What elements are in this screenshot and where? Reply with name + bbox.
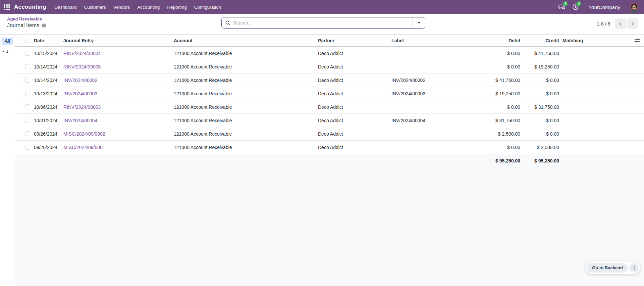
table-row[interactable]: 09/26/2024 MISC/2024/09/0002 121000 Acco… bbox=[15, 127, 644, 141]
cell-debit: $ 41,750.00 bbox=[476, 78, 520, 83]
control-panel: Aged Receivable Journal Items bbox=[0, 14, 644, 35]
expand-caret-icon bbox=[3, 50, 4, 53]
cell-account: 121000 Account Receivable bbox=[174, 64, 318, 69]
breadcrumb[interactable]: Aged Receivable bbox=[7, 16, 42, 21]
table-body: 10/15/2024 RINV/2024/00004 121000 Accoun… bbox=[15, 47, 644, 154]
menu-item[interactable]: Reporting bbox=[163, 0, 191, 14]
search-filters-toggle[interactable] bbox=[413, 17, 425, 28]
row-checkbox[interactable] bbox=[25, 78, 30, 83]
cell-credit: $ 0.00 bbox=[520, 118, 559, 123]
column-header-journal-entry[interactable]: Journal Entry bbox=[63, 38, 174, 43]
optional-columns-icon[interactable] bbox=[634, 38, 640, 43]
rail-filter-all[interactable]: All bbox=[2, 38, 13, 45]
table-row[interactable]: 10/15/2024 RINV/2024/00004 121000 Accoun… bbox=[15, 47, 644, 60]
cell-date: 10/14/2024 bbox=[34, 64, 63, 69]
row-checkbox[interactable] bbox=[25, 64, 30, 69]
table-row[interactable]: 10/14/2024 INV/2024/00002 121000 Account… bbox=[15, 74, 644, 87]
search-input[interactable] bbox=[233, 20, 413, 26]
journal-entry-link[interactable]: MISC/2024/09/0001 bbox=[63, 145, 105, 150]
journal-entry-link[interactable]: RINV/2024/00005 bbox=[63, 64, 101, 69]
table-footer-row: $ 95,250.00 $ 95,250.00 bbox=[15, 154, 644, 168]
cell-date: 10/14/2024 bbox=[34, 78, 63, 83]
menu-item[interactable]: Vendors bbox=[110, 0, 134, 14]
column-header-credit[interactable]: Credit bbox=[520, 38, 559, 43]
go-to-backend-button[interactable]: Go to Backend bbox=[587, 263, 628, 273]
messages-badge: 5 bbox=[563, 1, 568, 6]
app-name[interactable]: Accounting bbox=[14, 4, 46, 10]
cell-label: INV/2024/00004 bbox=[391, 118, 476, 123]
cell-debit: $ 19,250.00 bbox=[476, 91, 520, 96]
menu-item[interactable]: Dashboard bbox=[51, 0, 80, 14]
search-icon bbox=[225, 20, 230, 26]
apps-grid-icon[interactable] bbox=[4, 4, 10, 10]
table-row[interactable]: 10/13/2024 INV/2024/00003 121000 Account… bbox=[15, 87, 644, 100]
cell-credit: $ 0.00 bbox=[520, 78, 559, 83]
menu-item[interactable]: Accounting bbox=[133, 0, 163, 14]
row-checkbox[interactable] bbox=[25, 145, 30, 150]
menu-item[interactable]: Configuration bbox=[191, 0, 225, 14]
cell-partner: Deco Addict bbox=[318, 78, 391, 83]
pager-previous-button[interactable] bbox=[615, 18, 626, 29]
journal-entry-link[interactable]: RINV/2024/00003 bbox=[63, 104, 101, 110]
cell-credit: $ 41,750.00 bbox=[520, 51, 559, 56]
cell-account: 121000 Account Receivable bbox=[174, 145, 318, 150]
cell-credit: $ 31,750.00 bbox=[520, 104, 559, 110]
cell-date: 10/06/2024 bbox=[34, 104, 63, 110]
row-checkbox[interactable] bbox=[25, 51, 30, 56]
cell-partner: Deco Addict bbox=[318, 118, 391, 123]
column-header-label[interactable]: Label bbox=[391, 38, 476, 43]
row-checkbox[interactable] bbox=[25, 131, 30, 136]
column-header-date[interactable]: Date bbox=[34, 38, 63, 43]
cell-account: 121000 Account Receivable bbox=[174, 104, 318, 110]
activities-button[interactable]: 2 bbox=[571, 3, 580, 11]
main-menu: DashboardCustomersVendorsAccountingRepor… bbox=[51, 0, 225, 14]
cell-account: 121000 Account Receivable bbox=[174, 78, 318, 83]
gear-icon[interactable] bbox=[42, 23, 46, 28]
table-row[interactable]: 10/14/2024 RINV/2024/00005 121000 Accoun… bbox=[15, 60, 644, 74]
cell-journal-entry: MISC/2024/09/0001 bbox=[63, 145, 174, 150]
pager: 1-8 / 8 bbox=[597, 18, 638, 29]
journal-entry-link[interactable]: MISC/2024/09/0002 bbox=[63, 131, 105, 137]
cell-partner: Deco Addict bbox=[318, 64, 391, 69]
activities-badge: 2 bbox=[576, 1, 581, 6]
cell-journal-entry: MISC/2024/09/0002 bbox=[63, 131, 174, 137]
user-avatar[interactable] bbox=[630, 3, 639, 12]
column-header-account[interactable]: Account bbox=[174, 38, 318, 43]
widget-menu-button[interactable] bbox=[629, 263, 639, 273]
cell-account: 121000 Account Receivable bbox=[174, 131, 318, 137]
column-header-debit[interactable]: Debit bbox=[476, 38, 520, 43]
cell-debit: $ 0.00 bbox=[476, 104, 520, 110]
select-all-checkbox[interactable] bbox=[25, 38, 30, 43]
row-checkbox[interactable] bbox=[25, 104, 30, 109]
cell-partner: Deco Addict bbox=[318, 91, 391, 96]
column-header-partner[interactable]: Partner bbox=[318, 38, 391, 43]
kebab-icon bbox=[634, 266, 635, 267]
cell-credit: $ 0.00 bbox=[520, 131, 559, 137]
menu-item[interactable]: Customers bbox=[80, 0, 110, 14]
journal-entry-link[interactable]: RINV/2024/00004 bbox=[63, 51, 101, 56]
journal-entry-link[interactable]: INV/2024/00002 bbox=[63, 78, 97, 83]
table-row[interactable]: 10/06/2024 RINV/2024/00003 121000 Accoun… bbox=[15, 100, 644, 114]
company-switcher[interactable]: YourCompany bbox=[588, 4, 620, 10]
cell-account: 121000 Account Receivable bbox=[174, 91, 318, 96]
group-rail: All 1 bbox=[0, 35, 15, 286]
chevron-right-icon bbox=[631, 22, 634, 26]
messages-button[interactable]: 5 bbox=[557, 3, 566, 11]
journal-entry-link[interactable]: INV/2024/00003 bbox=[63, 91, 97, 96]
avatar-image bbox=[630, 3, 639, 12]
row-checkbox[interactable] bbox=[25, 118, 30, 123]
column-header-matching[interactable]: Matching bbox=[559, 38, 589, 43]
pager-range: 1-8 / 8 bbox=[597, 21, 610, 27]
table-row[interactable]: 09/26/2024 MISC/2024/09/0001 121000 Acco… bbox=[15, 141, 644, 154]
rail-group-1[interactable]: 1 bbox=[3, 49, 15, 54]
total-debit: $ 95,250.00 bbox=[476, 158, 520, 163]
cell-credit: $ 0.00 bbox=[520, 91, 559, 96]
cell-label: INV/2024/00002 bbox=[391, 78, 476, 83]
cell-credit: $ 2,500.00 bbox=[520, 145, 559, 150]
row-checkbox[interactable] bbox=[25, 91, 30, 96]
table-row[interactable]: 10/01/2024 INV/2024/00004 121000 Account… bbox=[15, 114, 644, 127]
pager-next-button[interactable] bbox=[627, 18, 638, 29]
journal-entry-link[interactable]: INV/2024/00004 bbox=[63, 118, 97, 123]
table-header-row: Date Journal Entry Account Partner Label… bbox=[15, 35, 644, 47]
cell-partner: Deco Addict bbox=[318, 131, 391, 137]
